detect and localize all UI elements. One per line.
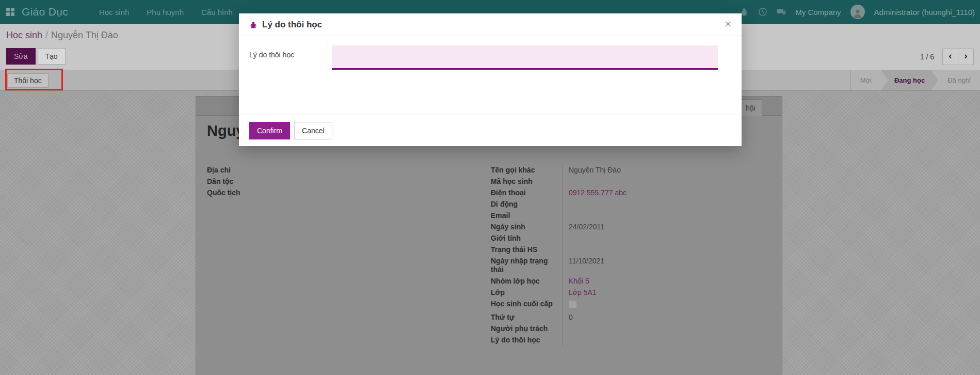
statusbar-stage[interactable]: Đang học [881,70,938,90]
field-label: Quốc tịch [207,187,282,199]
field-value [562,176,733,187]
record-actions: Sửa Tạo [6,48,66,65]
field-label: Dân tộc [207,176,282,187]
field-label: Mã học sinh [491,176,562,187]
field-value: 11/10/2021 [562,256,733,276]
chat-icon[interactable] [777,7,786,17]
navbar-right: My Company Administrator (huunghi_1110) [740,0,975,24]
field-text: 0 [569,313,573,321]
pager-value: 1 / 6 [920,53,934,61]
field-text: 24/02/2011 [569,223,604,231]
field-link[interactable]: 0912.555.777 abc [569,189,626,197]
dropout-button[interactable]: Thôi học [7,73,49,88]
field-value [562,244,733,256]
pager-prev-button[interactable]: ‹ [942,49,958,65]
field-label: Trạng thái HS [491,244,562,256]
app-brand[interactable]: Giáo Dục [22,6,68,18]
dropout-reason-label: Lý do thôi học [249,51,294,59]
breadcrumb-current: Nguyễn Thị Đào [51,30,118,40]
field-value: Nguyễn Thị Đào [562,165,733,176]
navbar-menu: Học sinhPhụ huynhCấu hình [99,8,233,17]
activity-clock-icon[interactable] [758,7,767,17]
field-label: Nhóm lớp học [491,276,562,287]
dropout-reason-dialog: Lý do thôi học × Lý do thôi học Confirm … [239,13,742,146]
company-switcher[interactable]: My Company [795,8,841,17]
field-label: Lý do thôi học [491,335,562,346]
navbar-menu-item[interactable]: Cấu hình [201,8,233,17]
field-value [282,165,362,176]
field-value [282,187,362,199]
right-field-group: Tên gọi khácNguyễn Thị ĐàoMã học sinhĐiệ… [491,165,733,346]
left-field-group: Địa chỉDân tộcQuốc tịch [207,165,362,199]
apps-grid-icon[interactable] [6,8,14,16]
edit-button[interactable]: Sửa [6,48,36,65]
statusbar-stage[interactable]: Mới [851,70,881,90]
field-value [562,323,733,335]
navbar-menu-item[interactable]: Học sinh [99,8,129,17]
field-label: Học sinh cuối cấp [491,299,562,312]
field-label: Người phụ trách [491,323,562,335]
dialog-header: Lý do thôi học × [239,13,742,36]
field-value: 24/02/2011 [562,222,733,233]
statusbar-stage[interactable]: Đã nghỉ [938,70,980,90]
field-link[interactable]: Lớp 5A1 [569,288,597,296]
breadcrumb-separator: / [42,30,51,40]
field-label: Tên gọi khác [491,165,562,176]
field-value [562,210,733,222]
close-icon[interactable]: × [722,18,734,29]
field-value [562,199,733,210]
breadcrumb: Học sinh/Nguyễn Thị Đào [6,30,118,41]
field-value: Lớp 5A1 [562,287,733,299]
breadcrumb-parent[interactable]: Học sinh [6,30,42,40]
pager: 1 / 6 ‹ › [920,49,974,65]
avatar[interactable] [850,5,865,19]
dialog-title-text: Lý do thôi học [262,20,322,30]
field-label: Địa chỉ [207,165,282,176]
field-value [562,299,733,312]
field-link[interactable]: Khối 5 [569,277,589,285]
field-label: Ngày nhập trạng thái [491,256,562,276]
create-button[interactable]: Tạo [38,48,66,65]
field-label: Thứ tự [491,312,562,323]
user-menu[interactable]: Administrator (huunghi_1110) [874,8,975,17]
field-label: Di động [491,199,562,210]
label-value-separator [327,42,327,75]
field-label: Giới tính [491,233,562,244]
dialog-title: Lý do thôi học [249,20,322,30]
bug-icon [249,21,258,29]
field-text: 11/10/2021 [569,257,604,265]
field-label: Điện thoại [491,187,562,199]
field-value [282,176,362,187]
pager-next-button[interactable]: › [958,49,974,65]
app-root: Giáo Dục Học sinhPhụ huynhCấu hình My Co… [0,0,980,375]
notebook-tab-partial[interactable]: hội [739,99,762,116]
navbar-menu-item[interactable]: Phụ huynh [147,8,184,17]
field-value [562,233,733,244]
field-value: 0 [562,312,733,323]
field-text: Nguyễn Thị Đào [569,166,621,174]
dialog-footer: Confirm Cancel [239,115,742,146]
confirm-button[interactable]: Confirm [249,122,290,139]
field-value [562,335,733,346]
field-label: Ngày sinh [491,222,562,233]
field-label: Lớp [491,287,562,299]
field-value: Khối 5 [562,276,733,287]
final-grade-checkbox[interactable] [569,300,577,308]
dialog-body: Lý do thôi học [239,36,742,115]
statusbar: MớiĐang họcĐã nghỉ [850,70,980,90]
dropout-reason-input[interactable] [332,45,718,70]
field-value: 0912.555.777 abc [562,187,733,199]
field-label: Email [491,210,562,222]
cancel-button[interactable]: Cancel [294,122,332,139]
